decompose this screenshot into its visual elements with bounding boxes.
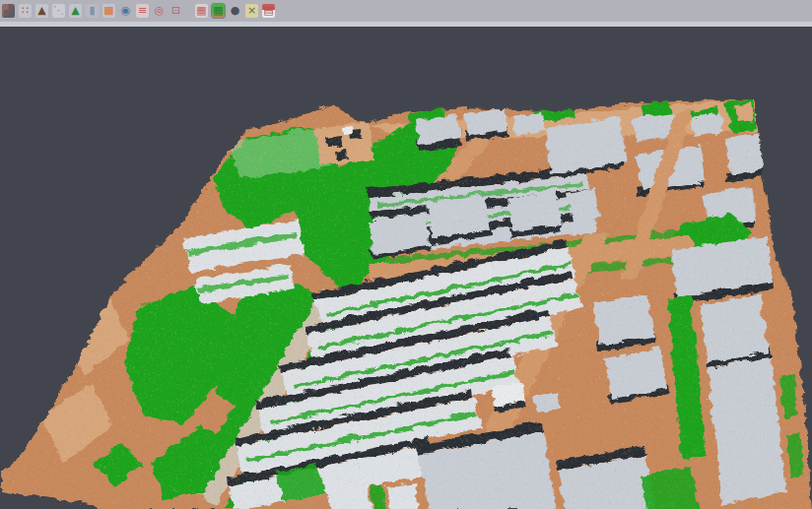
dark-sphere-icon[interactable]: ●	[229, 4, 241, 18]
edit-clip-icon[interactable]: ▞	[2, 4, 15, 18]
viewport-3d[interactable]	[0, 0, 812, 509]
pointcloud-scene	[0, 0, 812, 509]
toolbar-separator	[186, 4, 191, 18]
classification-icon[interactable]: ▦	[212, 4, 225, 18]
ortho-image-icon[interactable]: ■	[102, 4, 115, 18]
target-icon[interactable]: ◎	[153, 4, 166, 18]
flag-stripes-icon[interactable]: ▤	[262, 4, 275, 18]
measure-delete-icon[interactable]: ×	[245, 4, 258, 18]
green-terrain-icon[interactable]: ▲	[69, 4, 82, 18]
stacked-layers-icon[interactable]: ≡	[136, 4, 149, 18]
sparse-points-icon[interactable]: ⋱	[52, 4, 65, 18]
point-pair-align-icon[interactable]: ∷	[19, 4, 32, 18]
checker-mask-icon[interactable]: ▦	[195, 4, 208, 18]
main-toolbar: ▞∷▲⋱▲▮■◉≡◎⊡▦▦●×▤	[0, 0, 812, 27]
column-filter-icon[interactable]: ▮	[86, 4, 99, 18]
globe-icon[interactable]: ◉	[119, 4, 132, 18]
crop-box-icon[interactable]: ⊡	[169, 4, 182, 18]
terrain-mound-icon[interactable]: ▲	[35, 4, 48, 18]
